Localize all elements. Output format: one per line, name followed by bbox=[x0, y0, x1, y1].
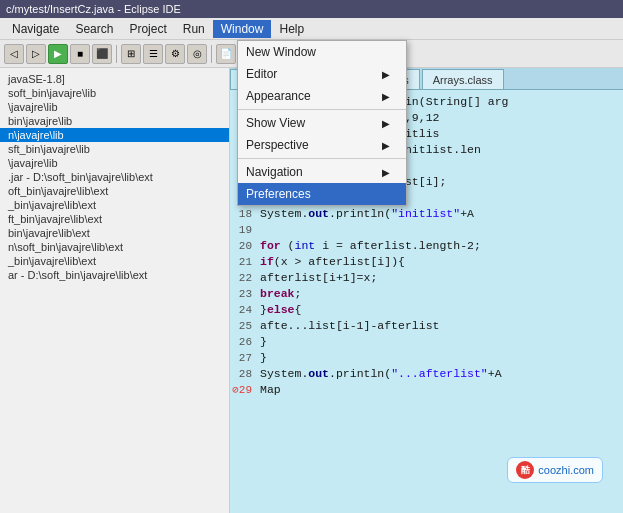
dropdown-new-window[interactable]: New Window bbox=[238, 41, 406, 63]
lib-2[interactable]: \javajre\lib bbox=[0, 100, 229, 114]
toolbar-btn-1[interactable]: ◁ bbox=[4, 44, 24, 64]
code-line-18: 18 System.out.println("initlist"+A bbox=[230, 206, 623, 222]
toolbar-btn-6[interactable]: ☰ bbox=[143, 44, 163, 64]
dropdown-perspective[interactable]: Perspective ▶ bbox=[238, 134, 406, 156]
lib-9[interactable]: _bin\javajre\lib\ext bbox=[0, 198, 229, 212]
dropdown-editor[interactable]: Editor ▶ bbox=[238, 63, 406, 85]
dropdown-sep-2 bbox=[238, 158, 406, 159]
dropdown-navigation[interactable]: Navigation ▶ bbox=[238, 161, 406, 183]
lib-6[interactable]: \javajre\lib bbox=[0, 156, 229, 170]
toolbar-sep-1 bbox=[116, 45, 117, 63]
toolbar-btn-7[interactable]: ⚙ bbox=[165, 44, 185, 64]
code-line-19: 19 bbox=[230, 222, 623, 238]
toolbar-run-btn[interactable]: ▶ bbox=[48, 44, 68, 64]
lib-3[interactable]: bin\javajre\lib bbox=[0, 114, 229, 128]
lib-javalib[interactable]: javaSE-1.8] bbox=[0, 72, 229, 86]
code-line-29: ⊘29 Map bbox=[230, 382, 623, 398]
code-line-28: 28 System.out.println("...afterlist"+A bbox=[230, 366, 623, 382]
lib-8[interactable]: oft_bin\javajre\lib\ext bbox=[0, 184, 229, 198]
lib-4-selected[interactable]: n\javajre\lib bbox=[0, 128, 229, 142]
code-line-26: 26 } bbox=[230, 334, 623, 350]
code-line-21: 21 if(x > afterlist[i]){ bbox=[230, 254, 623, 270]
menu-bar: Navigate Search Project Run Window Help bbox=[0, 18, 623, 40]
lib-1[interactable]: soft_bin\javajre\lib bbox=[0, 86, 229, 100]
watermark-text: coozhi.com bbox=[538, 464, 594, 476]
navigation-arrow-icon: ▶ bbox=[382, 167, 390, 178]
code-line-24: 24 }else{ bbox=[230, 302, 623, 318]
toolbar-btn-8[interactable]: ◎ bbox=[187, 44, 207, 64]
code-line-27: 27 } bbox=[230, 350, 623, 366]
dropdown-preferences[interactable]: Preferences bbox=[238, 183, 406, 205]
watermark: 酷 coozhi.com bbox=[507, 457, 603, 483]
menu-window[interactable]: Window bbox=[213, 20, 272, 38]
toolbar-btn-5[interactable]: ⊞ bbox=[121, 44, 141, 64]
dropdown-show-view[interactable]: Show View ▶ bbox=[238, 112, 406, 134]
code-line-20: 20 for (int i = afterlist.length-2; bbox=[230, 238, 623, 254]
menu-navigate[interactable]: Navigate bbox=[4, 20, 67, 38]
lib-7[interactable]: .jar - D:\soft_bin\javajre\lib\ext bbox=[0, 170, 229, 184]
lib-11[interactable]: bin\javajre\lib\ext bbox=[0, 226, 229, 240]
dropdown-appearance[interactable]: Appearance ▶ bbox=[238, 85, 406, 107]
watermark-logo: 酷 bbox=[516, 461, 534, 479]
lib-5[interactable]: sft_bin\javajre\lib bbox=[0, 142, 229, 156]
toolbar-btn-4[interactable]: ⬛ bbox=[92, 44, 112, 64]
menu-help[interactable]: Help bbox=[271, 20, 312, 38]
perspective-arrow-icon: ▶ bbox=[382, 140, 390, 151]
title-bar: c/mytest/InsertCz.java - Eclipse IDE bbox=[0, 0, 623, 18]
editor-arrow-icon: ▶ bbox=[382, 69, 390, 80]
appearance-arrow-icon: ▶ bbox=[382, 91, 390, 102]
lib-12[interactable]: n\soft_bin\javajre\lib\ext bbox=[0, 240, 229, 254]
lib-14[interactable]: ar - D:\soft_bin\javajre\lib\ext bbox=[0, 268, 229, 282]
title-text: c/mytest/InsertCz.java - Eclipse IDE bbox=[6, 3, 181, 15]
code-line-23: 23 break; bbox=[230, 286, 623, 302]
code-line-22: 22 afterlist[i+1]=x; bbox=[230, 270, 623, 286]
show-view-arrow-icon: ▶ bbox=[382, 118, 390, 129]
toolbar-btn-2[interactable]: ▷ bbox=[26, 44, 46, 64]
lib-13[interactable]: _bin\javajre\lib\ext bbox=[0, 254, 229, 268]
left-panel: javaSE-1.8] soft_bin\javajre\lib \javajr… bbox=[0, 68, 230, 513]
toolbar-btn-9[interactable]: 📄 bbox=[216, 44, 236, 64]
tab-arrays[interactable]: Arrays.class bbox=[422, 69, 504, 89]
toolbar-btn-3[interactable]: ■ bbox=[70, 44, 90, 64]
menu-project[interactable]: Project bbox=[121, 20, 174, 38]
menu-search[interactable]: Search bbox=[67, 20, 121, 38]
window-dropdown-menu: New Window Editor ▶ Appearance ▶ Show Vi… bbox=[237, 40, 407, 206]
dropdown-sep-1 bbox=[238, 109, 406, 110]
code-line-25: 25 afte...list[i-1]-afterlist bbox=[230, 318, 623, 334]
lib-10[interactable]: ft_bin\javajre\lib\ext bbox=[0, 212, 229, 226]
toolbar-sep-2 bbox=[211, 45, 212, 63]
menu-run[interactable]: Run bbox=[175, 20, 213, 38]
